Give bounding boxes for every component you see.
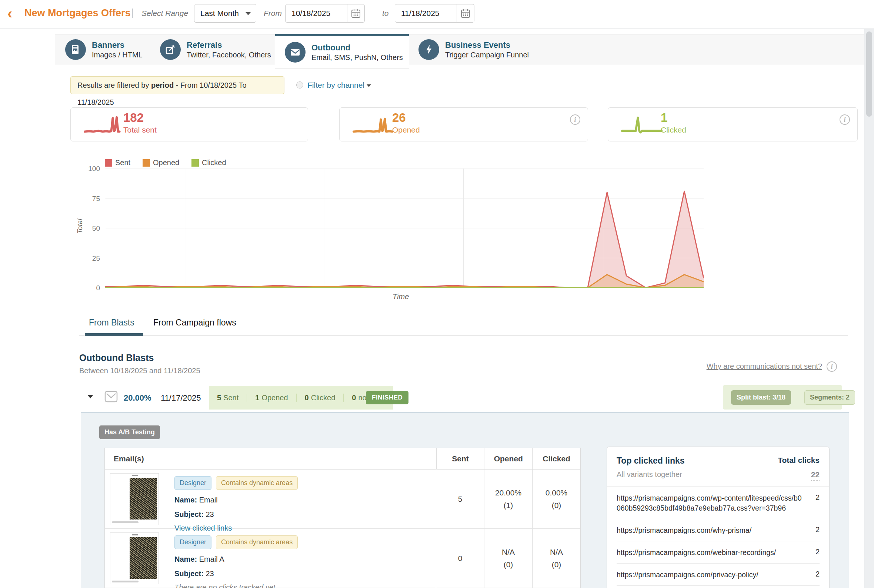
clicked-link-url[interactable]: https://prismacampaigns.com/privacy-poli… [617, 570, 802, 580]
range-select[interactable]: Last Month [194, 4, 256, 22]
cell-clicked-pct: 0.00% [532, 486, 580, 499]
email-row: Designer Contains dynamic areas Name: Em… [105, 470, 580, 529]
page-scrollbar[interactable] [864, 29, 874, 588]
cell-clicked-n: (0) [532, 558, 580, 571]
subject-label: Subject: [174, 510, 204, 518]
tab-outbound-title: Outbound [312, 43, 403, 52]
clicked-link-url[interactable]: https://prismacampaigns.com/why-prisma/ [617, 525, 802, 536]
segments-badge: Segments: 2 [804, 390, 855, 405]
blast-stat-sent: 5Sent [209, 394, 247, 402]
select-range-label: Select Range [141, 9, 188, 18]
email-thumbnail[interactable] [110, 532, 159, 584]
cell-opened-pct: 20.00% [484, 486, 532, 499]
total-sent-label: Total sent [123, 126, 157, 134]
email-row: Designer Contains dynamic areas Name: Em… [105, 529, 580, 588]
dynamic-areas-badge: Contains dynamic areas [216, 476, 298, 490]
top-clicked-links-card: Top clicked links Total clicks All varia… [607, 447, 829, 588]
filter-notice-prefix: Results are filtered by [77, 81, 151, 89]
clicked-link-count: 2 [816, 570, 820, 580]
opened-swatch [142, 159, 150, 166]
chevron-down-icon [246, 12, 251, 15]
tab-banners-title: Banners [92, 40, 142, 50]
thumb-text-line [132, 534, 138, 536]
sent-sparkline-icon [83, 114, 128, 136]
variants-subtitle: All variants together [617, 470, 682, 481]
clicked-value: 1 [661, 111, 667, 125]
blast-stat-opened: 1Opened [247, 394, 296, 402]
info-icon[interactable]: i [827, 362, 837, 372]
from-calendar-button[interactable] [347, 4, 365, 22]
tab-outbound-subtitle: Email, SMS, PushN, Others [312, 52, 403, 62]
email-detail: Designer Contains dynamic areas Name: Em… [159, 470, 298, 528]
image-icon [70, 44, 81, 55]
email-name: Email A [199, 555, 225, 563]
campaign-title: New Mortgages Offers [24, 8, 131, 19]
opened-value: 26 [392, 111, 406, 125]
link-row: https://prismacampaigns.com/privacy-poli… [617, 564, 820, 586]
tab-banners-subtitle: Images / HTML [92, 50, 142, 60]
col-opened: Opened [484, 448, 532, 469]
scrollbar-thumb[interactable] [866, 32, 872, 117]
name-label: Name: [174, 496, 197, 504]
y-tick-label: 50 [80, 224, 100, 232]
envelope-icon [289, 46, 301, 58]
link-row: https://prismacampaigns.com/wp-content/l… [617, 487, 820, 519]
section-title: Outbound Blasts [79, 352, 154, 363]
legend-item-clicked: Clicked [192, 159, 226, 167]
clicked-link-url[interactable]: https://prismacampaigns.com/webinar-reco… [617, 548, 802, 558]
info-icon[interactable]: i [840, 114, 850, 125]
chevron-down-icon [367, 84, 371, 87]
clicked-label: Clicked [661, 126, 686, 134]
tab-from-campaign-flows[interactable]: From Campaign flows [153, 318, 236, 328]
designer-badge: Designer [174, 536, 211, 549]
cell-sent: 0 [436, 552, 484, 565]
cell-clicked-pct: N/A [532, 546, 580, 558]
filter-by-channel-link[interactable]: Filter by channel [307, 81, 371, 90]
thumb-scrollbar [112, 521, 138, 523]
legend-opened-label: Opened [153, 159, 179, 167]
from-date-input[interactable]: 10/18/2025 [285, 4, 347, 22]
calendar-icon [351, 9, 361, 18]
dynamic-areas-badge: Contains dynamic areas [216, 536, 298, 549]
divider: | [131, 7, 134, 18]
blast-stat-clicked: 0Clicked [296, 394, 344, 402]
filter-notice-bold: period [151, 81, 174, 89]
tab-referrals[interactable]: Referrals Twitter, Facebook, Others [150, 34, 275, 65]
col-emails: Email(s) [105, 454, 436, 463]
total-clicks-value: 22 [811, 470, 820, 481]
tab-business-events-subtitle: Trigger Campaign Funnel [445, 50, 529, 60]
section-divider [79, 380, 848, 380]
email-thumbnail[interactable] [110, 473, 159, 525]
tab-referrals-subtitle: Twitter, Facebook, Others [187, 50, 271, 60]
tab-business-events[interactable]: Business Events Trigger Campaign Funnel [409, 34, 557, 65]
email-preview-image [130, 478, 157, 519]
thumb-scrollbar [112, 580, 138, 582]
tab-outbound[interactable]: Outbound Email, SMS, PushN, Others [275, 34, 409, 68]
y-tick-label: 100 [80, 165, 100, 173]
clicked-link-url[interactable]: https://prismacampaigns.com/wp-content/l… [617, 493, 802, 513]
to-calendar-button[interactable] [457, 4, 474, 22]
back-chevron-icon[interactable]: ‹ [7, 5, 12, 21]
total-sent-value: 182 [123, 111, 144, 125]
tab-banners[interactable]: Banners Images / HTML [55, 34, 150, 65]
clicked-link-count: 2 [816, 548, 820, 558]
cell-opened-n: (0) [484, 558, 532, 571]
to-date-input[interactable]: 11/18/2025 [395, 4, 457, 22]
why-not-sent-link[interactable]: Why are communications not sent? [707, 362, 822, 370]
legend-item-sent: Sent [105, 159, 130, 167]
channel-filter-radio[interactable] [296, 81, 303, 88]
bolt-icon [423, 44, 435, 55]
thumb-text-line [132, 475, 138, 476]
collapse-caret-icon[interactable] [87, 395, 93, 398]
y-tick-label: 75 [80, 195, 100, 203]
ab-testing-badge: Has A/B Testing [99, 426, 160, 439]
sent-swatch [105, 159, 112, 166]
blast-stats-box: 5Sent 1Opened 0Clicked 0not sent [209, 386, 393, 410]
clicked-link-count: 2 [816, 525, 820, 536]
legend-item-opened: Opened [142, 159, 179, 167]
tab-from-blasts[interactable]: From Blasts [89, 318, 135, 328]
info-icon[interactable]: i [570, 114, 580, 125]
clicked-sparkline-icon [621, 114, 665, 136]
share-icon [165, 44, 176, 55]
tab-business-events-title: Business Events [445, 40, 529, 50]
